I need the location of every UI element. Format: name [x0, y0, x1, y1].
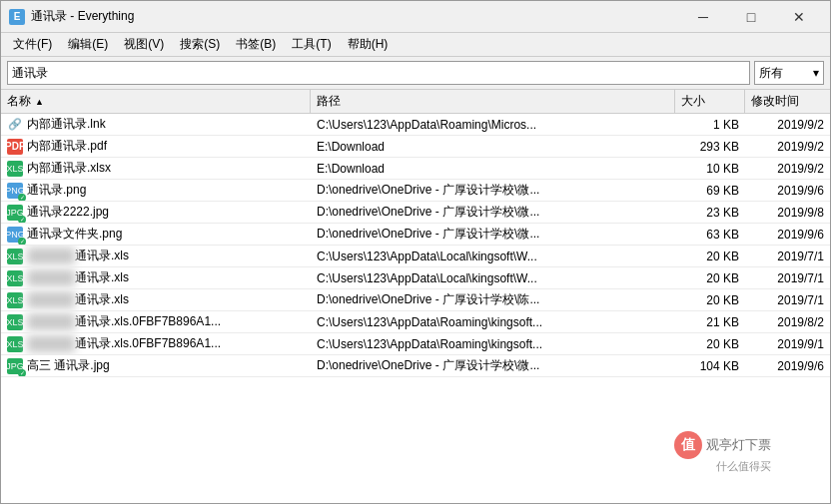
- title-bar-text: 通讯录 - Everything: [31, 8, 680, 25]
- col-header-size[interactable]: 大小: [675, 90, 745, 113]
- blurred-name-prefix: 内部通讯: [27, 335, 75, 352]
- table-row[interactable]: JPG ✓ 高三 通讯录.jpg D:\onedrive\OneDrive - …: [1, 355, 830, 377]
- file-icon-xls2: XLS: [7, 270, 23, 286]
- menu-help[interactable]: 帮助(H): [340, 34, 397, 55]
- file-table: 名称 ▲ 路径 大小 修改时间 🔗 内部通讯录.lnk C:\Users\123…: [1, 90, 830, 503]
- file-date-cell: 2019/9/6: [745, 357, 830, 375]
- table-row[interactable]: PDF 内部通讯录.pdf E:\Download 293 KB 2019/9/…: [1, 136, 830, 158]
- blurred-name-prefix: 内部通讯: [27, 248, 75, 264]
- file-name-cell: JPG ✓ 高三 通讯录.jpg: [1, 355, 311, 376]
- table-row[interactable]: XLS 内部通讯 通讯录.xls C:\Users\123\AppData\Lo…: [1, 246, 830, 267]
- minimize-button[interactable]: ─: [680, 1, 726, 33]
- file-name-cell: XLS 内部通讯 通讯录.xls: [1, 289, 311, 310]
- file-name-cell: PNG ✓ 通讯录文件夹.png: [1, 224, 311, 245]
- menu-view[interactable]: 视图(V): [116, 34, 172, 55]
- menu-bookmark[interactable]: 书签(B): [228, 34, 284, 55]
- file-icon-jpg2: JPG ✓: [7, 358, 23, 374]
- file-size-cell: 21 KB: [675, 313, 745, 331]
- table-row[interactable]: 🔗 内部通讯录.lnk C:\Users\123\AppData\Roaming…: [1, 114, 830, 136]
- title-bar-controls: ─ □ ✕: [680, 1, 822, 33]
- col-header-date[interactable]: 修改时间: [745, 90, 830, 113]
- file-name-cell: PNG ✓ 通讯录.png: [1, 180, 311, 201]
- file-icon-lnk: 🔗: [7, 117, 23, 133]
- blurred-name-prefix: 内部通讯: [27, 313, 75, 330]
- file-icon-png: PNG ✓: [7, 183, 23, 199]
- blurred-name-prefix: 内部通讯: [27, 291, 75, 308]
- file-name-cell: XLS 内部通讯 通讯录.xls.0FBF7B896A1...: [1, 333, 311, 354]
- file-path-cell: C:\Users\123\AppData\Roaming\Micros...: [311, 116, 675, 134]
- table-row[interactable]: JPG ✓ 通讯录2222.jpg D:\onedrive\OneDrive -…: [1, 202, 830, 224]
- table-row[interactable]: PNG ✓ 通讯录.png D:\onedrive\OneDrive - 广厚设…: [1, 180, 830, 202]
- file-date-cell: 2019/9/6: [745, 226, 830, 244]
- file-icon-xls: XLS: [7, 249, 23, 264]
- file-date-cell: 2019/9/1: [745, 335, 830, 353]
- file-date-cell: 2019/7/1: [745, 269, 830, 287]
- file-icon-pdf: PDF: [7, 139, 23, 155]
- file-path-cell: C:\Users\123\AppData\Roaming\kingsoft...: [311, 313, 675, 331]
- file-path-cell: C:\Users\123\AppData\Local\kingsoft\W...: [311, 248, 675, 265]
- menu-search[interactable]: 搜索(S): [172, 34, 228, 55]
- chevron-down-icon: ▾: [813, 66, 819, 80]
- file-name-cell: XLS 内部通讯 通讯录.xls.0FBF7B896A1...: [1, 311, 311, 332]
- search-bar: 所有 ▾: [1, 57, 830, 90]
- table-row[interactable]: XLS 内部通讯 通讯录.xls.0FBF7B896A1... C:\Users…: [1, 333, 830, 355]
- file-icon-jpg: JPG ✓: [7, 205, 23, 221]
- file-size-cell: 104 KB: [675, 357, 745, 375]
- file-name-cell: XLS 内部通讯 通讯录.xls: [1, 246, 311, 266]
- file-path-cell: D:\onedrive\OneDrive - 广厚设计学校\微...: [311, 180, 675, 201]
- file-date-cell: 2019/9/2: [745, 138, 830, 156]
- file-path-cell: D:\onedrive\OneDrive - 广厚设计学校\微...: [311, 224, 675, 245]
- file-size-cell: 69 KB: [675, 182, 745, 200]
- table-row[interactable]: XLS 内部通讯 通讯录.xls C:\Users\123\AppData\Lo…: [1, 267, 830, 289]
- file-name-cell: PDF 内部通讯录.pdf: [1, 136, 311, 157]
- title-bar: E 通讯录 - Everything ─ □ ✕: [1, 1, 830, 33]
- search-input[interactable]: [7, 61, 750, 85]
- file-name-cell: 🔗 内部通讯录.lnk: [1, 114, 311, 135]
- file-name-cell: JPG ✓ 通讯录2222.jpg: [1, 202, 311, 223]
- table-header: 名称 ▲ 路径 大小 修改时间: [1, 90, 830, 114]
- table-row[interactable]: XLS 内部通讯 通讯录.xls.0FBF7B896A1... C:\Users…: [1, 311, 830, 333]
- file-size-cell: 23 KB: [675, 204, 745, 222]
- app-icon: E: [9, 9, 25, 25]
- col-header-name[interactable]: 名称 ▲: [1, 90, 311, 113]
- file-path-cell: E:\Download: [311, 138, 675, 156]
- menu-bar: 文件(F) 编辑(E) 视图(V) 搜索(S) 书签(B) 工具(T) 帮助(H…: [1, 33, 830, 57]
- file-size-cell: 20 KB: [675, 248, 745, 265]
- menu-file[interactable]: 文件(F): [5, 34, 60, 55]
- file-size-cell: 10 KB: [675, 160, 745, 178]
- col-header-path[interactable]: 路径: [311, 90, 675, 113]
- table-row[interactable]: XLS 内部通讯录.xlsx E:\Download 10 KB 2019/9/…: [1, 158, 830, 180]
- file-size-cell: 63 KB: [675, 226, 745, 244]
- file-date-cell: 2019/9/2: [745, 116, 830, 134]
- file-icon-xls4: XLS: [7, 314, 23, 330]
- file-path-cell: E:\Download: [311, 160, 675, 178]
- blurred-name-prefix: 内部通讯: [27, 269, 75, 286]
- file-date-cell: 2019/7/1: [745, 291, 830, 309]
- table-row[interactable]: XLS 内部通讯 通讯录.xls D:\onedrive\OneDrive - …: [1, 289, 830, 311]
- menu-tools[interactable]: 工具(T): [284, 34, 339, 55]
- close-button[interactable]: ✕: [776, 1, 822, 33]
- file-icon-png2: PNG ✓: [7, 227, 23, 243]
- file-date-cell: 2019/8/2: [745, 313, 830, 331]
- filter-dropdown[interactable]: 所有 ▾: [754, 61, 824, 85]
- file-path-cell: D:\onedrive\OneDrive - 广厚设计学校\微...: [311, 202, 675, 223]
- file-date-cell: 2019/9/6: [745, 182, 830, 200]
- file-name-cell: XLS 内部通讯录.xlsx: [1, 158, 311, 179]
- file-size-cell: 1 KB: [675, 116, 745, 134]
- file-path-cell: D:\onedrive\OneDrive - 广厚设计学校\微...: [311, 355, 675, 376]
- file-name-cell: XLS 内部通讯 通讯录.xls: [1, 267, 311, 288]
- main-window: E 通讯录 - Everything ─ □ ✕ 文件(F) 编辑(E) 视图(…: [0, 0, 831, 504]
- file-path-cell: D:\onedrive\OneDrive - 广厚设计学校\陈...: [311, 289, 675, 310]
- table-row[interactable]: PNG ✓ 通讯录文件夹.png D:\onedrive\OneDrive - …: [1, 224, 830, 246]
- menu-edit[interactable]: 编辑(E): [60, 34, 116, 55]
- file-date-cell: 2019/9/8: [745, 204, 830, 222]
- sort-arrow-icon: ▲: [35, 97, 44, 107]
- file-icon-xlsx: XLS: [7, 161, 23, 177]
- file-size-cell: 20 KB: [675, 335, 745, 353]
- file-date-cell: 2019/7/1: [745, 248, 830, 265]
- file-size-cell: 20 KB: [675, 291, 745, 309]
- file-icon-xls5: XLS: [7, 336, 23, 352]
- maximize-button[interactable]: □: [728, 1, 774, 33]
- file-size-cell: 20 KB: [675, 269, 745, 287]
- file-path-cell: C:\Users\123\AppData\Roaming\kingsoft...: [311, 335, 675, 353]
